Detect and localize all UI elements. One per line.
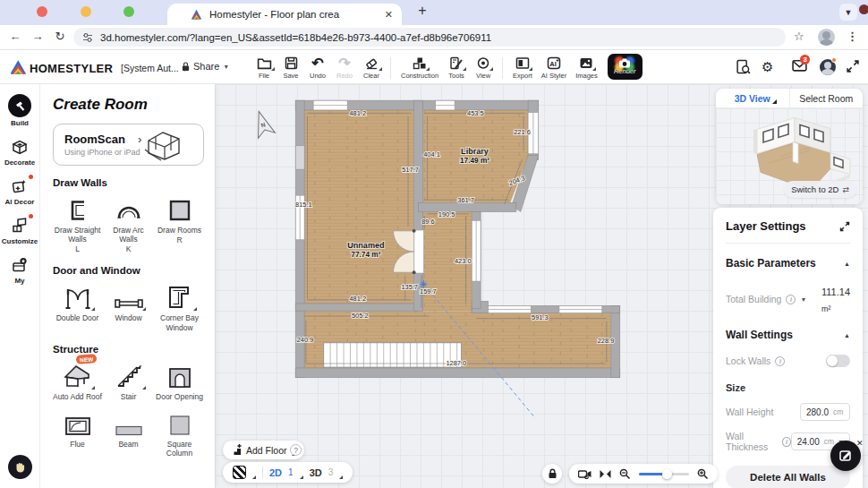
zoom-slider-knob[interactable] xyxy=(662,469,672,479)
browser-menu-icon[interactable]: ⋮ xyxy=(847,30,858,43)
sidebar-item-build[interactable]: Build xyxy=(0,94,39,127)
site-settings-icon[interactable] xyxy=(82,32,93,43)
lock-view-button[interactable] xyxy=(542,464,562,484)
dimension-label[interactable]: 1287.0 xyxy=(446,359,466,367)
tab-select-room[interactable]: Select Room xyxy=(789,89,864,107)
render-button[interactable]: Render xyxy=(608,54,642,80)
dimension-label[interactable]: 453.5 xyxy=(467,109,484,117)
chevron-down-icon[interactable]: ▼ xyxy=(800,296,806,303)
tool-auto-add-roof[interactable]: NEW Auto Add Roof xyxy=(53,361,102,401)
lock-walls-toggle[interactable] xyxy=(826,355,850,367)
new-tab-button[interactable]: + xyxy=(413,3,431,19)
dimension-label[interactable]: 815.1 xyxy=(295,201,312,209)
construction-button[interactable]: Construction xyxy=(397,53,442,80)
tool-corner-bay-window[interactable]: Corner Bay Window xyxy=(155,282,204,331)
dimension-label[interactable]: 240.9 xyxy=(297,336,314,344)
images-button[interactable]: Images xyxy=(572,53,601,80)
tab-3d-view[interactable]: 3D View xyxy=(716,89,789,107)
wall-height-input[interactable]: 280.0 cm xyxy=(800,403,850,421)
settings-button[interactable]: ⚙ xyxy=(762,59,773,75)
dimension-label[interactable]: 481.2 xyxy=(349,109,366,117)
tool-stair[interactable]: Stair xyxy=(104,361,153,401)
tab-search-icon[interactable]: ▼ xyxy=(839,4,857,21)
tab-close-icon[interactable]: ✕ xyxy=(383,9,395,21)
dimension-label[interactable]: 221.6 xyxy=(514,128,531,136)
share-button[interactable]: Share▼ xyxy=(182,61,229,72)
messages-button[interactable]: 3 xyxy=(792,59,807,72)
account-button[interactable] xyxy=(820,59,836,75)
spec-search-button[interactable] xyxy=(736,59,751,74)
room-name[interactable]: Library xyxy=(461,147,489,156)
dimension-label[interactable]: 423.0 xyxy=(455,257,472,265)
tools-button[interactable]: Tools xyxy=(444,53,469,80)
expand-panel-icon[interactable] xyxy=(839,221,850,232)
dimension-label[interactable]: 228.9 xyxy=(598,337,615,345)
dimension-label[interactable]: 404.1 xyxy=(423,150,440,158)
dimension-label[interactable]: 89.6 xyxy=(421,218,434,226)
wall-settings-header[interactable]: Wall Settings ▲ xyxy=(726,329,850,341)
brand-name[interactable]: HOMESTYLER xyxy=(30,62,113,75)
info-icon[interactable]: i xyxy=(786,295,796,304)
sidebar-item-ai-decor[interactable]: AI Decor xyxy=(0,176,39,206)
sidebar-item-decorate[interactable]: Decorate xyxy=(0,137,39,167)
dimension-label[interactable]: 361.7 xyxy=(457,196,474,204)
basic-parameters-header[interactable]: Basic Parameters ▲ xyxy=(726,257,850,270)
reload-icon[interactable]: ↻ xyxy=(52,30,68,43)
sidebar-item-customize[interactable]: Customize xyxy=(0,216,39,245)
dimension-label[interactable]: 190.5 xyxy=(438,210,455,218)
template-selector[interactable]: [System Aut... ▼ xyxy=(121,63,188,73)
dimension-label[interactable]: 159.7 xyxy=(420,287,437,295)
feedback-close-icon[interactable]: ✕ xyxy=(856,439,864,448)
view-button[interactable]: View xyxy=(471,53,496,80)
room-floors[interactable] xyxy=(303,109,611,368)
tool-flue[interactable]: Flue xyxy=(53,408,102,458)
tool-draw-arc-walls[interactable]: Draw Arc Walls K xyxy=(104,194,153,253)
tool-window[interactable]: Window xyxy=(104,282,153,331)
ai-styler-button[interactable]: AI AI Styler xyxy=(538,53,570,80)
delete-all-walls-button[interactable]: Delete All Walls xyxy=(726,466,850,488)
assistant-hand-logo[interactable] xyxy=(8,455,32,479)
undo-button[interactable]: ↶ Undo xyxy=(305,53,330,80)
roomscan-card[interactable]: RoomScan› Using iPhone or iPad xyxy=(53,124,204,166)
bookmark-star-icon[interactable]: ☆ xyxy=(794,30,804,43)
tool-double-door[interactable]: Double Door xyxy=(53,282,102,331)
tool-beam[interactable]: Beam xyxy=(104,408,153,458)
back-icon[interactable]: ← xyxy=(7,30,23,43)
window-close-button[interactable] xyxy=(37,6,47,17)
pattern-style-icon[interactable] xyxy=(233,466,246,479)
dimension-label[interactable]: 481.2 xyxy=(349,295,366,303)
dimension-label[interactable]: 505.2 xyxy=(352,312,369,320)
walkthrough-camera-icon[interactable] xyxy=(578,468,591,479)
clear-button[interactable]: Clear xyxy=(359,53,384,80)
file-button[interactable]: File xyxy=(251,53,277,80)
sidebar-item-my[interactable]: My xyxy=(0,255,39,285)
browser-tab[interactable]: Homestyler - Floor plan crea ✕ xyxy=(167,4,402,25)
forward-icon[interactable]: → xyxy=(30,30,46,43)
zoom-in-icon[interactable] xyxy=(697,468,709,480)
fullscreen-button[interactable] xyxy=(846,59,860,73)
mode-2d-button[interactable]: 2D xyxy=(269,467,282,478)
tool-draw-straight-walls[interactable]: Draw Straight Walls L xyxy=(53,194,102,253)
zoom-out-icon[interactable] xyxy=(619,468,631,480)
zoom-slider[interactable] xyxy=(639,473,689,475)
address-bar[interactable]: 3d.homestyler.com/?lang=en_US&assetId=61… xyxy=(73,28,786,47)
room-name[interactable]: Unnamed xyxy=(347,241,384,250)
dimension-edit-icon[interactable] xyxy=(420,280,427,287)
mode-3d-button[interactable]: 3D xyxy=(310,467,322,478)
info-icon[interactable]: i xyxy=(775,356,785,366)
switch-to-2d-button[interactable]: Switch to 2D ⇄ xyxy=(784,181,856,198)
window-minimize-button[interactable] xyxy=(81,6,91,17)
tool-draw-rooms[interactable]: Draw Rooms R xyxy=(155,194,204,253)
export-button[interactable]: Export xyxy=(509,53,536,80)
window-maximize-button[interactable] xyxy=(123,6,134,17)
dimension-label[interactable]: 591.3 xyxy=(532,313,549,321)
browser-profile-avatar[interactable] xyxy=(818,29,835,46)
help-button[interactable]: ? xyxy=(290,444,302,456)
dimension-label[interactable]: 135.7 xyxy=(401,283,418,291)
tool-door-opening[interactable]: Door Opening xyxy=(155,361,204,401)
tool-square-column[interactable]: Square Column xyxy=(155,408,204,458)
fit-view-icon[interactable] xyxy=(600,469,611,479)
3d-preview[interactable]: Switch to 2D ⇄ xyxy=(716,108,863,204)
dimension-label[interactable]: 517.7 xyxy=(402,166,419,174)
info-icon[interactable]: i xyxy=(782,437,790,447)
